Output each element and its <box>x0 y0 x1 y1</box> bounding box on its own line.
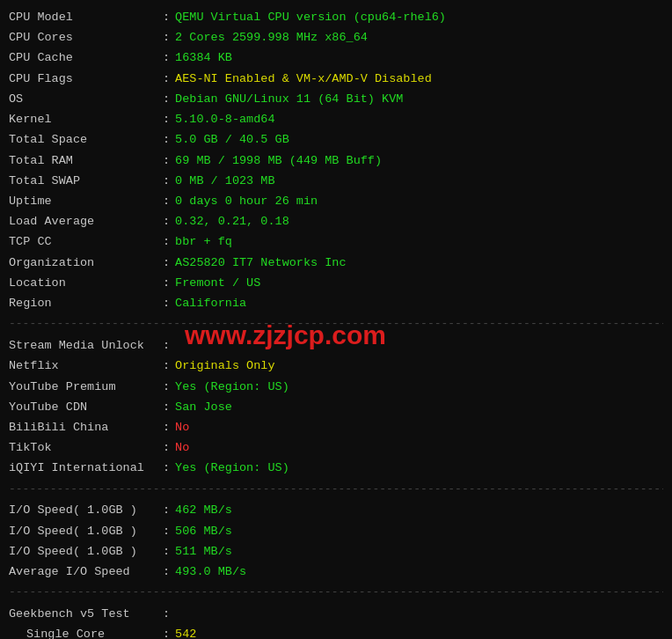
tiktok-label: TikTok <box>9 437 163 458</box>
netflix-row: Netflix : Originals Only <box>9 356 663 376</box>
region-label: Region <box>9 293 163 313</box>
youtube-cdn-label: YouTube CDN <box>9 397 163 417</box>
kernel-row: Kernel : 5.10.0-8-amd64 <box>9 109 663 129</box>
total-swap-value: 0 MB / 1023 MB <box>175 171 274 191</box>
io1-value: 462 MB/s <box>175 500 232 520</box>
io2-row: I/O Speed( 1.0GB ) : 506 MB/s <box>9 521 663 541</box>
org-label: Organization <box>9 253 163 273</box>
youtube-cdn-value: San Jose <box>175 397 232 417</box>
cpu-cache-value: 16384 KB <box>175 48 232 68</box>
youtube-premium-label: YouTube Premium <box>9 377 163 397</box>
cpu-flags-label: CPU Flags <box>9 69 163 89</box>
iqiyi-label: iQIYI International <box>9 458 163 478</box>
cpu-cores-label: CPU Cores <box>9 27 163 48</box>
load-avg-row: Load Average : 0.32, 0.21, 0.18 <box>9 211 663 231</box>
io-avg-label: Average I/O Speed <box>9 562 163 582</box>
geekbench-header-label: Geekbench v5 Test <box>9 604 163 624</box>
youtube-cdn-row: YouTube CDN : San Jose <box>9 397 663 417</box>
total-space-label: Total Space <box>9 129 163 150</box>
geekbench-header-row: Geekbench v5 Test : <box>9 604 663 624</box>
io3-label: I/O Speed( 1.0GB ) <box>9 541 163 562</box>
single-core-value: 542 <box>175 624 196 639</box>
os-value: Debian GNU/Linux 11 (64 Bit) KVM <box>175 89 403 109</box>
total-swap-label: Total SWAP <box>9 171 163 191</box>
io-avg-value: 493.0 MB/s <box>175 562 246 582</box>
bilibili-row: BiliBili China : No <box>9 417 663 437</box>
io-avg-row: Average I/O Speed : 493.0 MB/s <box>9 562 663 582</box>
io1-label: I/O Speed( 1.0GB ) <box>9 500 163 520</box>
cpu-flags-row: CPU Flags : AES-NI Enabled & VM-x/AMD-V … <box>9 69 663 89</box>
cpu-cache-label: CPU Cache <box>9 48 163 68</box>
tiktok-value: No <box>175 437 189 458</box>
location-label: Location <box>9 273 163 293</box>
uptime-label: Uptime <box>9 191 163 211</box>
os-row: OS : Debian GNU/Linux 11 (64 Bit) KVM <box>9 89 663 109</box>
os-label: OS <box>9 89 163 109</box>
divider-3: ----------------------------------------… <box>9 584 663 602</box>
tiktok-row: TikTok : No <box>9 437 663 458</box>
kernel-value: 5.10.0-8-amd64 <box>175 109 274 129</box>
divider-1: ----------------------------------------… <box>9 315 663 334</box>
location-row: Location : Fremont / US <box>9 273 663 293</box>
cpu-model-value: QEMU Virtual CPU version (cpu64-rhel6) <box>175 7 446 27</box>
uptime-value: 0 days 0 hour 26 min <box>175 191 318 211</box>
stream-header-label: Stream Media Unlock <box>9 335 163 356</box>
kernel-label: Kernel <box>9 109 163 129</box>
divider-2: ----------------------------------------… <box>9 481 663 499</box>
total-ram-value: 69 MB / 1998 MB (449 MB Buff) <box>175 151 382 171</box>
io2-label: I/O Speed( 1.0GB ) <box>9 521 163 541</box>
region-row: Region : California <box>9 293 663 313</box>
tcp-cc-value: bbr + fq <box>175 231 232 252</box>
total-swap-row: Total SWAP : 0 MB / 1023 MB <box>9 171 663 191</box>
bilibili-value: No <box>175 417 189 437</box>
total-ram-row: Total RAM : 69 MB / 1998 MB (449 MB Buff… <box>9 151 663 171</box>
uptime-row: Uptime : 0 days 0 hour 26 min <box>9 191 663 211</box>
youtube-premium-row: YouTube Premium : Yes (Region: US) <box>9 377 663 397</box>
cpu-flags-value: AES-NI Enabled & VM-x/AMD-V Disabled <box>175 69 432 89</box>
io1-row: I/O Speed( 1.0GB ) : 462 MB/s <box>9 500 663 520</box>
bilibili-label: BiliBili China <box>9 417 163 437</box>
tcp-cc-label: TCP CC <box>9 231 163 252</box>
org-value: AS25820 IT7 Networks Inc <box>175 253 346 273</box>
org-row: Organization : AS25820 IT7 Networks Inc <box>9 253 663 273</box>
total-space-value: 5.0 GB / 40.5 GB <box>175 129 289 150</box>
tcp-cc-row: TCP CC : bbr + fq <box>9 231 663 252</box>
io3-row: I/O Speed( 1.0GB ) : 511 MB/s <box>9 541 663 562</box>
total-space-row: Total Space : 5.0 GB / 40.5 GB <box>9 129 663 150</box>
cpu-model-row: CPU Model : QEMU Virtual CPU version (cp… <box>9 7 663 27</box>
netflix-label: Netflix <box>9 356 163 376</box>
cpu-cores-value: 2 Cores 2599.998 MHz x86_64 <box>175 27 368 48</box>
load-avg-label: Load Average <box>9 211 163 231</box>
iqiyi-value: Yes (Region: US) <box>175 458 289 478</box>
cpu-cores-row: CPU Cores : 2 Cores 2599.998 MHz x86_64 <box>9 27 663 48</box>
region-value: California <box>175 293 246 313</box>
single-core-label: Single Core <box>9 624 163 639</box>
cpu-model-label: CPU Model <box>9 7 163 27</box>
netflix-value: Originals Only <box>175 356 274 376</box>
iqiyi-row: iQIYI International : Yes (Region: US) <box>9 458 663 478</box>
single-core-row: Single Core : 542 <box>9 624 663 639</box>
load-avg-value: 0.32, 0.21, 0.18 <box>175 211 289 231</box>
stream-header-row: Stream Media Unlock : <box>9 335 663 356</box>
io3-value: 511 MB/s <box>175 541 232 562</box>
youtube-premium-value: Yes (Region: US) <box>175 377 289 397</box>
location-value: Fremont / US <box>175 273 260 293</box>
cpu-cache-row: CPU Cache : 16384 KB <box>9 48 663 68</box>
io2-value: 506 MB/s <box>175 521 232 541</box>
total-ram-label: Total RAM <box>9 151 163 171</box>
